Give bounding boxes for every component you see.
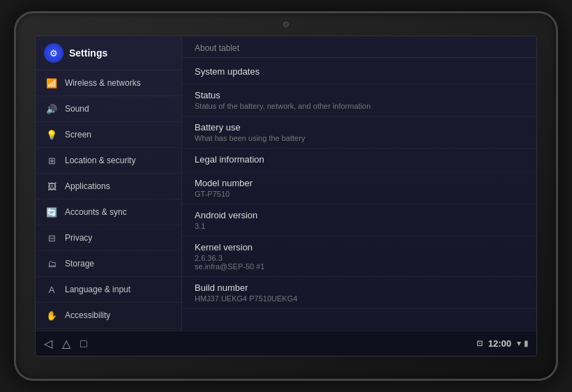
content-list: System updatesStatusStatus of the batter…	[182, 58, 536, 331]
item-sub-android: 3.1	[195, 222, 524, 230]
sidebar-item-screen[interactable]: 💡Screen	[36, 122, 181, 148]
item-title-android: Android version	[195, 210, 524, 220]
camera	[283, 22, 289, 27]
item-title-model: Model number	[195, 178, 524, 188]
item-sub-kernel: 2.6.36.3 se.infra@SEP-50 #1	[195, 254, 524, 271]
sidebar-item-privacy[interactable]: ⊟Privacy	[36, 225, 181, 251]
privacy-icon: ⊟	[45, 232, 58, 244]
item-title-kernel: Kernel version	[195, 242, 524, 252]
sidebar-item-storage[interactable]: 🗂Storage	[36, 251, 181, 277]
sidebar-item-sound[interactable]: 🔊Sound	[36, 96, 181, 122]
wifi-icon: ▾	[517, 339, 521, 348]
nav-buttons: ◁ △ □	[44, 337, 87, 350]
sidebar: ⚙ Settings 📶Wireless & networks🔊Sound💡Sc…	[36, 36, 182, 331]
sidebar-item-wireless[interactable]: 📶Wireless & networks	[36, 70, 181, 96]
settings-icon: ⚙	[44, 43, 63, 63]
sidebar-item-applications[interactable]: 🖼Applications	[36, 174, 181, 199]
item-title-status: Status	[195, 90, 524, 100]
sidebar-item-label-accounts: Accounts & sync	[65, 207, 127, 217]
main-content: About tablet System updatesStatusStatus …	[182, 36, 536, 331]
item-title-build: Build number	[195, 282, 524, 293]
status-icons: ⊡	[476, 339, 483, 348]
item-title-system_updates: System updates	[195, 66, 524, 77]
sidebar-item-label-location: Location & security	[65, 156, 135, 165]
sidebar-item-label-applications: Applications	[65, 181, 110, 191]
home-button[interactable]: △	[62, 337, 70, 350]
screenshot-icon: ⊡	[476, 339, 483, 348]
screen-icon: 💡	[45, 128, 58, 141]
content-item-system_updates[interactable]: System updates	[182, 61, 536, 84]
storage-icon: 🗂	[45, 257, 58, 270]
sound-icon: 🔊	[45, 103, 58, 115]
content-item-kernel[interactable]: Kernel version2.6.36.3 se.infra@SEP-50 #…	[182, 236, 536, 277]
content-item-status[interactable]: StatusStatus of the battery, network, an…	[182, 84, 536, 116]
content-item-android[interactable]: Android version3.1	[182, 204, 536, 236]
sidebar-item-label-language: Language & input	[65, 285, 130, 294]
sidebar-item-label-wireless: Wireless & networks	[65, 78, 141, 88]
status-bar: ◁ △ □ ⊡ 12:00 ▾ ▮	[36, 331, 536, 356]
battery-icon: ▮	[524, 339, 528, 348]
item-sub-battery_use: What has been using the battery	[195, 134, 524, 142]
content-header: About tablet	[182, 36, 536, 58]
connectivity-icons: ▾ ▮	[517, 339, 528, 348]
language-icon: A	[45, 283, 58, 296]
recent-button[interactable]: □	[80, 338, 87, 350]
accounts-icon: 🔄	[45, 206, 58, 218]
accessibility-icon: ✋	[45, 309, 58, 322]
content-item-battery_use[interactable]: Battery useWhat has been using the batte…	[182, 116, 536, 149]
back-button[interactable]: ◁	[44, 337, 52, 350]
time-display: 12:00	[488, 338, 511, 349]
item-title-legal: Legal information	[195, 154, 524, 165]
sidebar-item-label-privacy: Privacy	[65, 233, 92, 243]
item-title-battery_use: Battery use	[195, 122, 524, 133]
applications-icon: 🖼	[45, 180, 58, 193]
item-sub-build: HMJ37.UEKG4 P7510UEKG4	[195, 294, 524, 303]
sidebar-item-label-accessibility: Accessibility	[65, 310, 110, 320]
sidebar-header: ⚙ Settings	[36, 36, 181, 70]
sidebar-item-label-sound: Sound	[65, 104, 89, 114]
sidebar-title: Settings	[69, 47, 107, 59]
content-item-build[interactable]: Build numberHMJ37.UEKG4 P7510UEKG4	[182, 277, 536, 309]
sidebar-items-list: 📶Wireless & networks🔊Sound💡Screen⊞Locati…	[36, 70, 181, 331]
item-sub-model: GT-P7510	[195, 190, 524, 198]
sidebar-item-label-screen: Screen	[65, 130, 91, 140]
wireless-icon: 📶	[45, 77, 58, 89]
sidebar-item-accounts[interactable]: 🔄Accounts & sync	[36, 199, 181, 225]
sidebar-item-location[interactable]: ⊞Location & security	[36, 148, 181, 174]
location-icon: ⊞	[45, 154, 58, 167]
status-right: ⊡ 12:00 ▾ ▮	[476, 338, 528, 349]
sidebar-item-label-storage: Storage	[65, 259, 94, 269]
sidebar-item-accessibility[interactable]: ✋Accessibility	[36, 303, 181, 329]
screen: ⚙ Settings 📶Wireless & networks🔊Sound💡Sc…	[35, 36, 537, 356]
item-sub-status: Status of the battery, network, and othe…	[195, 102, 524, 110]
tablet: ⚙ Settings 📶Wireless & networks🔊Sound💡Sc…	[14, 11, 558, 381]
sidebar-item-language[interactable]: ALanguage & input	[36, 277, 181, 303]
content-item-legal[interactable]: Legal information	[182, 149, 536, 172]
screen-content: ⚙ Settings 📶Wireless & networks🔊Sound💡Sc…	[36, 36, 536, 331]
content-item-model[interactable]: Model numberGT-P7510	[182, 172, 536, 204]
